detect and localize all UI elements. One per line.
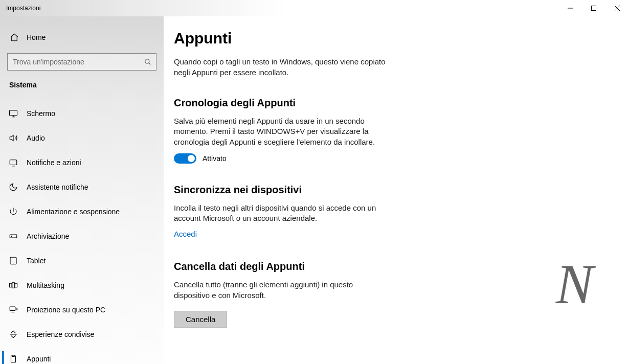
sync-section: Sincronizza nei dispositivi Incolla il t…	[174, 184, 598, 239]
window-controls	[558, 0, 629, 16]
svg-point-5	[11, 236, 12, 237]
clear-title: Cancella dati degli Appunti	[174, 261, 598, 272]
tablet-icon	[8, 256, 18, 266]
page-description: Quando copi o tagli un testo in Windows,…	[174, 56, 389, 78]
maximize-button[interactable]	[582, 0, 605, 16]
svg-rect-8	[12, 283, 15, 288]
search-input[interactable]	[7, 53, 156, 71]
page-title: Appunti	[174, 30, 598, 47]
sidebar-item-esperienze[interactable]: Esperienze condivise	[0, 322, 164, 347]
clear-description: Cancella tutto (tranne gli elementi aggi…	[174, 280, 389, 301]
signin-link[interactable]: Accedi	[174, 230, 598, 238]
sound-icon	[8, 133, 18, 143]
sidebar-item-label: Proiezione su questo PC	[27, 306, 105, 314]
sidebar-item-notifiche[interactable]: Notifiche e azioni	[0, 150, 164, 175]
history-section: Cronologia degli Appunti Salva più eleme…	[174, 97, 598, 164]
sidebar-item-label: Multitasking	[27, 281, 64, 289]
main: Appunti Quando copi o tagli un testo in …	[164, 16, 629, 364]
svg-rect-10	[10, 307, 15, 311]
sidebar-item-audio[interactable]: Audio	[0, 126, 164, 150]
history-toggle-label: Attivato	[203, 154, 227, 163]
sync-title: Sincronizza nei dispositivi	[174, 184, 598, 196]
sidebar: Home Sistema Schermo Audio Notifiche e a…	[0, 16, 164, 364]
sidebar-item-multitasking[interactable]: Multitasking	[0, 273, 164, 298]
sidebar-item-label: Assistente notifiche	[27, 183, 88, 191]
sidebar-item-label: Archiviazione	[27, 232, 69, 240]
window-title: Impostazioni	[6, 5, 40, 12]
shared-icon	[8, 329, 18, 339]
titlebar: Impostazioni	[0, 0, 629, 16]
sidebar-item-appunti[interactable]: Appunti	[0, 347, 164, 364]
history-toggle[interactable]	[174, 153, 196, 164]
sidebar-item-proiezione[interactable]: Proiezione su questo PC	[0, 298, 164, 322]
clear-section: Cancella dati degli Appunti Cancella tut…	[174, 261, 598, 328]
monitor-icon	[8, 108, 18, 119]
svg-rect-9	[15, 283, 17, 287]
sync-description: Incolla il testo negli altri dispositivi…	[174, 203, 389, 224]
search-box[interactable]	[7, 53, 156, 71]
history-title: Cronologia degli Appunti	[174, 97, 598, 109]
svg-rect-7	[10, 283, 12, 287]
clipboard-icon	[8, 354, 18, 364]
home-label: Home	[27, 33, 46, 41]
sidebar-item-label: Appunti	[27, 355, 51, 363]
home-icon	[9, 33, 19, 42]
sidebar-item-label: Tablet	[27, 257, 46, 265]
storage-icon	[8, 231, 18, 241]
projection-icon	[8, 305, 18, 315]
clear-button[interactable]: Cancella	[174, 311, 227, 328]
multitasking-icon	[8, 280, 18, 290]
power-icon	[8, 207, 18, 217]
sidebar-item-label: Alimentazione e sospensione	[27, 208, 120, 216]
moon-icon	[8, 182, 18, 192]
sidebar-item-label: Audio	[27, 134, 45, 142]
close-button[interactable]	[605, 0, 629, 16]
svg-rect-3	[10, 160, 17, 165]
home-row[interactable]: Home	[0, 29, 164, 46]
sidebar-item-archiviazione[interactable]: Archiviazione	[0, 224, 164, 248]
minimize-button[interactable]	[558, 0, 582, 16]
sidebar-item-label: Esperienze condivise	[27, 330, 94, 338]
search-icon	[144, 58, 151, 65]
svg-rect-2	[10, 110, 17, 116]
sidebar-item-alimentazione[interactable]: Alimentazione e sospensione	[0, 199, 164, 224]
sidebar-item-label: Notifiche e azioni	[27, 158, 81, 167]
svg-rect-0	[592, 6, 596, 11]
sidebar-item-label: Schermo	[27, 109, 55, 118]
nav: Schermo Audio Notifiche e azioni Assiste…	[0, 101, 164, 364]
notifications-icon	[8, 157, 18, 168]
svg-point-1	[145, 59, 149, 63]
sidebar-item-tablet[interactable]: Tablet	[0, 248, 164, 273]
sidebar-item-assistente[interactable]: Assistente notifiche	[0, 175, 164, 199]
sidebar-item-schermo[interactable]: Schermo	[0, 101, 164, 126]
section-label: Sistema	[0, 71, 164, 92]
history-description: Salva più elementi negli Appunti da usar…	[174, 116, 389, 147]
